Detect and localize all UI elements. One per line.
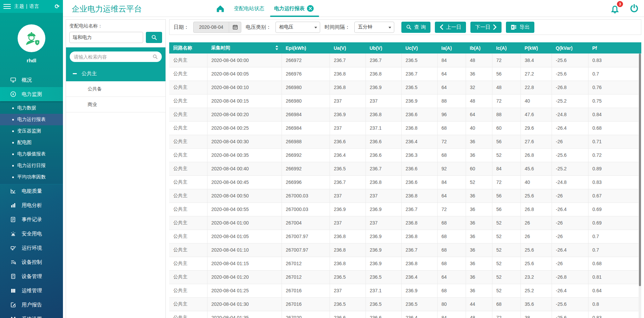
tab-power-report[interactable]: 电力运行报表 bbox=[274, 0, 314, 17]
date-picker[interactable]: 2020-08-04 bbox=[193, 22, 241, 33]
voltage-type-select[interactable]: 相电压 bbox=[275, 22, 320, 33]
calendar-icon[interactable] bbox=[229, 22, 241, 33]
next-day-button[interactable]: 下一日 bbox=[470, 22, 502, 33]
table-cell: 27.2 bbox=[520, 67, 552, 81]
table-cell: 公共主 bbox=[169, 67, 207, 81]
excel-icon bbox=[511, 24, 517, 30]
table-cell: 84 bbox=[437, 54, 466, 67]
table-cell: 236.7 bbox=[330, 54, 365, 67]
sidebar-item-label: 设备控制 bbox=[22, 259, 42, 266]
interval-select[interactable]: 五分钟 bbox=[354, 22, 394, 33]
station-name-input[interactable] bbox=[69, 32, 143, 43]
table-cell: 0.69 bbox=[588, 203, 639, 216]
app-window: 主题 | 语言 ⟳ rhdl 概况 bbox=[0, 0, 644, 318]
table-cell: 236.8 bbox=[401, 121, 437, 135]
table-cell: 237 bbox=[365, 189, 401, 203]
table-cell: 公共主 bbox=[169, 270, 207, 284]
table-row: 公共主2020-08-04 01:35267020236.6236.6236.4… bbox=[169, 311, 639, 318]
report-panel: 日期： 2020-08-04 电压类别： 相电压 时间间隔： 五分钟 bbox=[169, 19, 641, 318]
table-cell: 2020-08-04 00:20 bbox=[207, 108, 282, 121]
table-cell: 267007.97 bbox=[282, 230, 330, 243]
sidebar-subitem-distribution-map[interactable]: 配电图 bbox=[0, 137, 63, 148]
table-row: 公共主2020-08-04 00:00266972236.7236.7236.5… bbox=[169, 54, 639, 67]
table-cell: 52 bbox=[492, 270, 520, 284]
table-cell: 236.8 bbox=[330, 230, 365, 243]
sidebar-item-event-record[interactable]: 事件记录 bbox=[0, 212, 63, 227]
collapse-minus-icon[interactable] bbox=[73, 73, 77, 74]
table-cell: 237 bbox=[330, 94, 365, 108]
table-cell: 公共主 bbox=[169, 257, 207, 270]
table-cell: -26.8 bbox=[552, 270, 588, 284]
query-button[interactable]: 查 询 bbox=[401, 22, 430, 33]
sidebar-item-om-management[interactable]: 运维管理 bbox=[0, 283, 63, 298]
tree-node-root[interactable]: 公共主 bbox=[66, 66, 165, 81]
sidebar-item-operating-environment[interactable]: 运行环境 bbox=[0, 241, 63, 255]
report-table-container: 回路名称 采集时间 Epi(kWh) Ua(V) Ub(V) Uc(V) Ia(… bbox=[169, 42, 641, 318]
table-cell: 38 bbox=[520, 311, 552, 318]
sidebar-item-user-report[interactable]: 用户报告 bbox=[0, 298, 63, 312]
tree-search-input[interactable] bbox=[74, 54, 150, 60]
tab-substation-status[interactable]: 变配电站状态 bbox=[234, 0, 264, 17]
col-collect-time[interactable]: 采集时间 bbox=[207, 42, 282, 54]
sort-icon[interactable] bbox=[275, 45, 279, 52]
table-cell: 36 bbox=[466, 67, 492, 81]
sidebar-subitem-power-report[interactable]: 电力运行报表 bbox=[0, 114, 63, 125]
table-cell: 236.9 bbox=[365, 81, 401, 94]
sidebar-subitem-extreme-report[interactable]: 电力极值报表 bbox=[0, 148, 63, 160]
sidebar-item-system-settings[interactable]: 系统设置 bbox=[0, 312, 63, 318]
sidebar-item-electricity-analysis[interactable]: 用电分析 bbox=[0, 198, 63, 212]
search-icon[interactable] bbox=[153, 54, 158, 59]
sidebar-item-label: 运行环境 bbox=[22, 245, 42, 251]
sidebar-subitem-power-data[interactable]: 电力数据 bbox=[0, 102, 63, 114]
tree-node-child[interactable]: 公共备 bbox=[66, 81, 165, 97]
scrollbar-thumb[interactable] bbox=[639, 54, 641, 286]
voltage-type-label: 电压类别： bbox=[246, 24, 271, 30]
tab-close-icon[interactable] bbox=[307, 5, 314, 12]
tree-node-label: 公共备 bbox=[88, 86, 102, 92]
export-button[interactable]: 导出 bbox=[506, 22, 534, 33]
sidebar-subitem-avg-power-factor[interactable]: 平均功率因数 bbox=[0, 171, 63, 183]
table-cell: -25.6 bbox=[552, 297, 588, 311]
station-search-button[interactable] bbox=[146, 32, 162, 43]
sidebar-item-power-quality[interactable]: 电能质量 bbox=[0, 184, 63, 198]
sidebar-subitem-transformer[interactable]: 变压器监测 bbox=[0, 125, 63, 137]
col-p: P(kW) bbox=[520, 42, 552, 54]
table-cell: 2020-08-04 01:25 bbox=[207, 284, 282, 297]
table-cell: 68 bbox=[437, 230, 466, 243]
table-row: 公共主2020-08-04 00:20266984236.9236.8236.6… bbox=[169, 108, 639, 121]
sidebar-item-device-management[interactable]: 设备管理 bbox=[0, 269, 63, 283]
sidebar-item-safe-electricity[interactable]: 安全用电 bbox=[0, 227, 63, 241]
table-cell: 45.6 bbox=[520, 162, 552, 175]
table-cell: 2020-08-04 00:05 bbox=[207, 67, 282, 81]
table-cell: 公共主 bbox=[169, 121, 207, 135]
table-cell: 267012 bbox=[282, 270, 330, 284]
sidebar-item-overview[interactable]: 概况 bbox=[0, 73, 63, 87]
table-cell: 公共主 bbox=[169, 94, 207, 108]
refresh-icon[interactable]: ⟳ bbox=[55, 4, 60, 9]
sidebar-item-power-monitoring[interactable]: 电力监测 bbox=[0, 87, 63, 101]
table-cell: 40 bbox=[466, 121, 492, 135]
table-cell: 56 bbox=[492, 189, 520, 203]
tree-node-child[interactable]: 商业 bbox=[66, 97, 165, 112]
theme-language-switch[interactable]: 主题 | 语言 bbox=[14, 3, 51, 9]
table-cell: 0.89 bbox=[588, 162, 639, 175]
prev-day-button[interactable]: 上一日 bbox=[435, 22, 466, 33]
home-icon[interactable] bbox=[216, 4, 225, 14]
table-cell: 266996 bbox=[282, 175, 330, 189]
table-cell: -24.8 bbox=[552, 175, 588, 189]
table-cell: 72 bbox=[437, 135, 466, 148]
table-cell: 36 bbox=[466, 257, 492, 270]
notification-bell-icon[interactable]: 3 bbox=[609, 3, 620, 15]
logout-power-icon[interactable] bbox=[629, 3, 639, 15]
table-cell: 266988 bbox=[282, 135, 330, 148]
sidebar-item-device-control[interactable]: 设备控制 bbox=[0, 255, 63, 269]
table-cell: 2020-08-04 00:50 bbox=[207, 189, 282, 203]
sidebar-subitem-daily-report[interactable]: 电力运行日报 bbox=[0, 160, 63, 171]
archive-books-icon bbox=[10, 288, 16, 294]
table-cell: 237 bbox=[330, 216, 365, 230]
table-scrollbar[interactable] bbox=[639, 54, 641, 318]
table-cell: 52 bbox=[492, 216, 520, 230]
avatar[interactable] bbox=[18, 24, 45, 52]
table-cell: 236.9 bbox=[365, 230, 401, 243]
hamburger-menu-icon[interactable] bbox=[3, 4, 11, 9]
